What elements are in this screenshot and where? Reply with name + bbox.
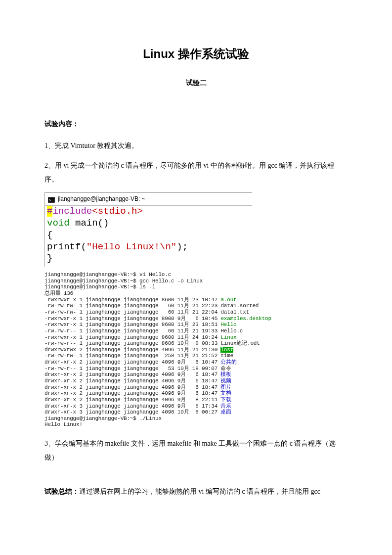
paragraph-1: 1、完成 Vimtutor 教程其次遍。	[44, 139, 348, 153]
terminal-output: jianghangge@jianghangge-VB:~$ vi Hello.c…	[44, 272, 348, 428]
page-subtitle: 试验二	[44, 77, 348, 88]
page-title: Linux 操作系统试验	[44, 45, 348, 63]
summary-text: 通过课后在网上的学习，能够娴熟的用 vi 编写简洁的 c 语言程序，并且能用 g…	[79, 488, 320, 495]
paragraph-2: 2、用 vi 完成一个简洁的 c 语言程序，尽可能多的用 vi 中的各种吩咐。用…	[44, 159, 348, 186]
code-line-5: }	[47, 253, 250, 265]
terminal-icon: >_	[48, 196, 55, 202]
window-titlebar: >_ jianghangge@jianghangge-VB: ~	[45, 193, 252, 206]
section-heading-content: 试验内容：	[44, 118, 348, 129]
paragraph-3: 3、学会编写基本的 makefile 文件，运用 makefile 和 make…	[44, 437, 348, 464]
code-body: #include<stdio.h> void main() { printf("…	[45, 206, 252, 267]
svg-text:>_: >_	[49, 198, 54, 202]
window-title-text: jianghangge@jianghangge-VB: ~	[58, 194, 145, 204]
summary-label: 试验总结：	[44, 487, 79, 495]
code-line-3: {	[47, 230, 250, 241]
code-line-2: void main()	[47, 218, 250, 230]
code-line-4: printf("Hello Linux!\n");	[47, 241, 250, 253]
code-line-1: #include<stdio.h>	[47, 206, 250, 218]
code-editor-window: >_ jianghangge@jianghangge-VB: ~ #includ…	[44, 192, 252, 267]
summary-paragraph: 试验总结：通过课后在网上的学习，能够娴熟的用 vi 编写简洁的 c 语言程序，并…	[44, 484, 348, 499]
